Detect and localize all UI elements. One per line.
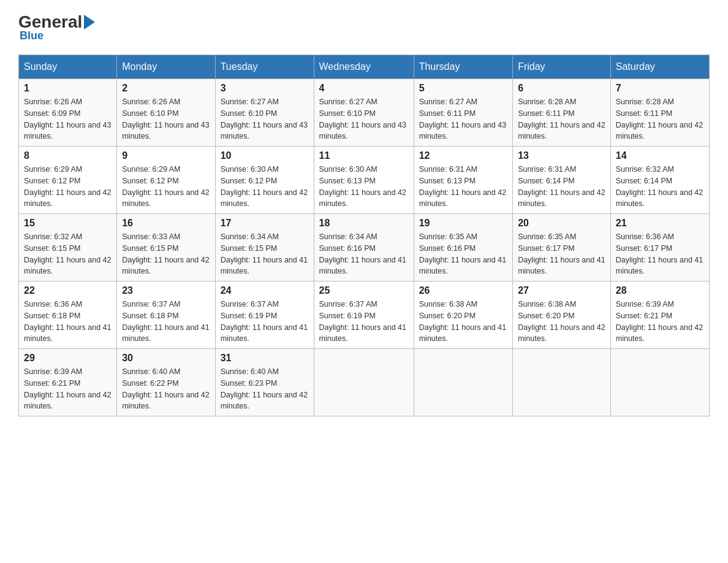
calendar-cell: 21Sunrise: 6:36 AMSunset: 6:17 PMDayligh…: [610, 214, 709, 282]
week-row-4: 22Sunrise: 6:36 AMSunset: 6:18 PMDayligh…: [19, 282, 710, 349]
day-info: Sunrise: 6:27 AMSunset: 6:10 PMDaylight:…: [319, 96, 409, 142]
day-info: Sunrise: 6:37 AMSunset: 6:19 PMDaylight:…: [221, 299, 309, 345]
calendar-cell: 14Sunrise: 6:32 AMSunset: 6:14 PMDayligh…: [610, 147, 709, 214]
day-number: 13: [518, 150, 605, 161]
day-number: 12: [419, 150, 507, 161]
day-info: Sunrise: 6:28 AMSunset: 6:11 PMDaylight:…: [616, 96, 704, 142]
calendar-cell: 9Sunrise: 6:29 AMSunset: 6:12 PMDaylight…: [117, 147, 215, 214]
day-number: 30: [122, 353, 210, 364]
day-number: 6: [518, 83, 605, 94]
day-info: Sunrise: 6:38 AMSunset: 6:20 PMDaylight:…: [518, 299, 605, 345]
calendar-cell: [610, 349, 709, 416]
day-number: 5: [419, 83, 507, 94]
day-info: Sunrise: 6:28 AMSunset: 6:11 PMDaylight:…: [518, 96, 605, 142]
day-number: 10: [221, 150, 309, 161]
day-info: Sunrise: 6:34 AMSunset: 6:16 PMDaylight:…: [319, 231, 409, 277]
day-number: 29: [24, 353, 112, 364]
calendar-cell: 7Sunrise: 6:28 AMSunset: 6:11 PMDaylight…: [610, 79, 709, 147]
day-number: 3: [221, 83, 309, 94]
calendar-cell: 30Sunrise: 6:40 AMSunset: 6:22 PMDayligh…: [117, 349, 215, 416]
page-header: General Blue: [18, 12, 710, 42]
day-number: 20: [518, 218, 605, 229]
day-number: 2: [122, 83, 210, 94]
week-row-5: 29Sunrise: 6:39 AMSunset: 6:21 PMDayligh…: [19, 349, 710, 416]
day-number: 17: [221, 218, 309, 229]
day-info: Sunrise: 6:35 AMSunset: 6:16 PMDaylight:…: [419, 231, 507, 277]
calendar-cell: 24Sunrise: 6:37 AMSunset: 6:19 PMDayligh…: [215, 282, 314, 349]
day-info: Sunrise: 6:36 AMSunset: 6:17 PMDaylight:…: [616, 231, 704, 277]
day-number: 24: [221, 285, 309, 296]
calendar-cell: 12Sunrise: 6:31 AMSunset: 6:13 PMDayligh…: [414, 147, 512, 214]
day-info: Sunrise: 6:34 AMSunset: 6:15 PMDaylight:…: [221, 231, 309, 277]
calendar-cell: 29Sunrise: 6:39 AMSunset: 6:21 PMDayligh…: [19, 349, 117, 416]
calendar-cell: 23Sunrise: 6:37 AMSunset: 6:18 PMDayligh…: [117, 282, 215, 349]
day-number: 28: [616, 285, 704, 296]
weekday-header-tuesday: Tuesday: [215, 55, 314, 79]
day-number: 31: [221, 353, 309, 364]
day-number: 9: [122, 150, 210, 161]
day-number: 15: [24, 218, 112, 229]
day-info: Sunrise: 6:32 AMSunset: 6:14 PMDaylight:…: [616, 164, 704, 210]
calendar-cell: 18Sunrise: 6:34 AMSunset: 6:16 PMDayligh…: [314, 214, 414, 282]
day-info: Sunrise: 6:27 AMSunset: 6:10 PMDaylight:…: [221, 96, 309, 142]
day-number: 7: [616, 83, 704, 94]
day-info: Sunrise: 6:32 AMSunset: 6:15 PMDaylight:…: [24, 231, 112, 277]
calendar-cell: 3Sunrise: 6:27 AMSunset: 6:10 PMDaylight…: [215, 79, 314, 147]
calendar-cell: [314, 349, 414, 416]
day-number: 26: [419, 285, 507, 296]
weekday-header-row: SundayMondayTuesdayWednesdayThursdayFrid…: [19, 55, 710, 79]
calendar-cell: 17Sunrise: 6:34 AMSunset: 6:15 PMDayligh…: [215, 214, 314, 282]
day-info: Sunrise: 6:37 AMSunset: 6:18 PMDaylight:…: [122, 299, 210, 345]
day-info: Sunrise: 6:26 AMSunset: 6:09 PMDaylight:…: [24, 96, 112, 142]
calendar-cell: 5Sunrise: 6:27 AMSunset: 6:11 PMDaylight…: [414, 79, 512, 147]
day-number: 27: [518, 285, 605, 296]
day-info: Sunrise: 6:38 AMSunset: 6:20 PMDaylight:…: [419, 299, 507, 345]
day-number: 19: [419, 218, 507, 229]
day-number: 4: [319, 83, 409, 94]
calendar-cell: 16Sunrise: 6:33 AMSunset: 6:15 PMDayligh…: [117, 214, 215, 282]
day-info: Sunrise: 6:26 AMSunset: 6:10 PMDaylight:…: [122, 96, 210, 142]
day-info: Sunrise: 6:31 AMSunset: 6:14 PMDaylight:…: [518, 164, 605, 210]
weekday-header-thursday: Thursday: [414, 55, 512, 79]
day-info: Sunrise: 6:29 AMSunset: 6:12 PMDaylight:…: [122, 164, 210, 210]
calendar-cell: [414, 349, 512, 416]
calendar-cell: 6Sunrise: 6:28 AMSunset: 6:11 PMDaylight…: [513, 79, 611, 147]
weekday-header-friday: Friday: [513, 55, 611, 79]
day-info: Sunrise: 6:39 AMSunset: 6:21 PMDaylight:…: [616, 299, 704, 345]
day-number: 23: [122, 285, 210, 296]
calendar-cell: 26Sunrise: 6:38 AMSunset: 6:20 PMDayligh…: [414, 282, 512, 349]
day-number: 14: [616, 150, 704, 161]
calendar-cell: 31Sunrise: 6:40 AMSunset: 6:23 PMDayligh…: [215, 349, 314, 416]
calendar-cell: 25Sunrise: 6:37 AMSunset: 6:19 PMDayligh…: [314, 282, 414, 349]
week-row-1: 1Sunrise: 6:26 AMSunset: 6:09 PMDaylight…: [19, 79, 710, 147]
calendar-cell: 15Sunrise: 6:32 AMSunset: 6:15 PMDayligh…: [19, 214, 117, 282]
day-info: Sunrise: 6:27 AMSunset: 6:11 PMDaylight:…: [419, 96, 507, 142]
day-info: Sunrise: 6:40 AMSunset: 6:22 PMDaylight:…: [122, 366, 210, 412]
week-row-3: 15Sunrise: 6:32 AMSunset: 6:15 PMDayligh…: [19, 214, 710, 282]
weekday-header-wednesday: Wednesday: [314, 55, 414, 79]
day-info: Sunrise: 6:29 AMSunset: 6:12 PMDaylight:…: [24, 164, 112, 210]
day-info: Sunrise: 6:37 AMSunset: 6:19 PMDaylight:…: [319, 299, 409, 345]
day-number: 1: [24, 83, 112, 94]
day-number: 16: [122, 218, 210, 229]
calendar-cell: 13Sunrise: 6:31 AMSunset: 6:14 PMDayligh…: [513, 147, 611, 214]
logo-arrow-icon: [84, 15, 95, 29]
calendar-cell: 4Sunrise: 6:27 AMSunset: 6:10 PMDaylight…: [314, 79, 414, 147]
calendar-cell: 1Sunrise: 6:26 AMSunset: 6:09 PMDaylight…: [19, 79, 117, 147]
day-number: 8: [24, 150, 112, 161]
weekday-header-monday: Monday: [117, 55, 215, 79]
day-number: 25: [319, 285, 409, 296]
week-row-2: 8Sunrise: 6:29 AMSunset: 6:12 PMDaylight…: [19, 147, 710, 214]
logo-blue-text: Blue: [20, 29, 44, 42]
calendar-cell: 19Sunrise: 6:35 AMSunset: 6:16 PMDayligh…: [414, 214, 512, 282]
weekday-header-saturday: Saturday: [610, 55, 709, 79]
calendar-cell: [513, 349, 611, 416]
calendar-cell: 27Sunrise: 6:38 AMSunset: 6:20 PMDayligh…: [513, 282, 611, 349]
calendar-cell: 2Sunrise: 6:26 AMSunset: 6:10 PMDaylight…: [117, 79, 215, 147]
day-info: Sunrise: 6:30 AMSunset: 6:13 PMDaylight:…: [319, 164, 409, 210]
calendar-cell: 22Sunrise: 6:36 AMSunset: 6:18 PMDayligh…: [19, 282, 117, 349]
day-info: Sunrise: 6:31 AMSunset: 6:13 PMDaylight:…: [419, 164, 507, 210]
day-info: Sunrise: 6:39 AMSunset: 6:21 PMDaylight:…: [24, 366, 112, 412]
calendar-cell: 20Sunrise: 6:35 AMSunset: 6:17 PMDayligh…: [513, 214, 611, 282]
logo: General Blue: [18, 12, 97, 42]
